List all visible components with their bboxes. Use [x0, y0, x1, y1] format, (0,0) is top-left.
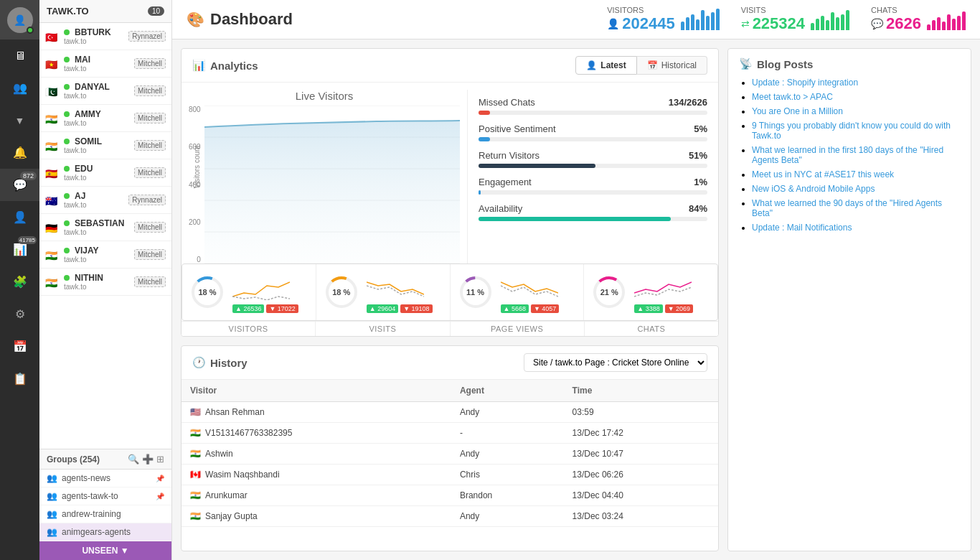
visitor-flag: 🇨🇦 [190, 470, 201, 480]
blog-post-link[interactable]: 9 Things you probably didn't know you co… [752, 121, 951, 141]
list-item[interactable]: 🇮🇳 AMMY tawk.to Mitchell [39, 105, 171, 132]
sidebar-item-notifications[interactable]: 🔔 [0, 136, 39, 169]
visitor-name: VIJAY [75, 246, 99, 256]
historical-icon: 📅 [647, 60, 658, 70]
agent-tag: Mitchell [134, 222, 166, 233]
user-avatar[interactable]: 👤 [0, 0, 39, 39]
sidebar-item-person[interactable]: 👤 [0, 201, 39, 233]
group-item[interactable]: 👥 andrew-training [39, 505, 171, 523]
pageviews-up-badge: ▲ 5668 [501, 304, 529, 313]
expand-icon[interactable]: ⊞ [156, 454, 164, 465]
chart-bar [927, 24, 930, 30]
list-item[interactable]: 🇮🇳 SOMIL tawk.to Mitchell [39, 132, 171, 159]
chats-up-badge: ▲ 3388 [634, 304, 662, 313]
sidebar-item-monitor[interactable]: 🖥 [0, 39, 39, 72]
table-row[interactable]: 🇮🇳Arunkumar Brandon 13/Dec 04:40 [182, 485, 718, 506]
tab-historical[interactable]: 📅 Historical [637, 56, 707, 75]
availability-bar [479, 217, 671, 221]
blog-post-item: Meet us in NYC at #ASE17 this week [752, 169, 960, 179]
blog-post-link[interactable]: What we learned in the first 180 days of… [752, 145, 943, 165]
chats-icon: 💬 [871, 18, 883, 29]
chart-bar [716, 9, 720, 30]
blog-post-item: Update : Mail Notifications [752, 223, 960, 233]
blog-post-link[interactable]: Meet tawk.to > APAC [752, 92, 833, 102]
visitor-site: tawk.to [64, 201, 128, 209]
agent-tag: Mitchell [134, 249, 166, 260]
list-item[interactable]: 🇮🇳 NITHIN tawk.to Mitchell [39, 269, 171, 296]
latest-icon: 👤 [586, 60, 597, 70]
sidebar-item-people[interactable]: 👥 [0, 72, 39, 104]
mini-stat-visitors: 18 % ▲ 26536 ▼ 17022 [182, 264, 316, 320]
visitors-down-badge: ▼ 17022 [266, 304, 298, 313]
group-item[interactable]: 👥 agents-news 📌 [39, 470, 171, 487]
list-item[interactable]: 🇩🇪 SEBASTIAN tawk.to Mitchell [39, 214, 171, 241]
visitors-ring-text: 18 % [198, 288, 216, 297]
blog-post-link[interactable]: What we learned the 90 days of the "Hire… [752, 198, 942, 218]
group-name: animgears-agents [62, 527, 131, 537]
group-name: agents-tawk-to [62, 491, 118, 501]
missed-chats-value: 134/2626 [669, 97, 707, 108]
list-item[interactable]: 🇵🇰 DANYAL tawk.to Mitchell [39, 78, 171, 105]
chat-list-panel: TAWK.TO 10 🇹🇷 BBTURK tawk.to Rynnazel 🇻🇳… [39, 0, 172, 560]
stats-bar: VISITORS 👤 202445 [607, 6, 966, 33]
list-item[interactable]: 🇻🇳 MAI tawk.to Mitchell [39, 50, 171, 78]
table-row[interactable]: 🇨🇦Wasim Naqshbandi Chris 13/Dec 06:26 [182, 465, 718, 485]
table-row[interactable]: 🇮🇳V15131467763382395 - 13/Dec 17:42 [182, 423, 718, 444]
agent-tag: Mitchell [134, 167, 166, 178]
list-item[interactable]: 🇪🇸 EDU tawk.to Mitchell [39, 159, 171, 187]
visits-stat-name: VISITS [316, 322, 450, 336]
add-group-icon[interactable]: ➕ [142, 454, 154, 465]
blog-post-link[interactable]: You are One in a Million [752, 106, 843, 116]
sidebar-item-chat[interactable]: 💬 872 [0, 169, 39, 201]
history-header: 🕐 History Site / tawk.to Page : Cricket … [182, 346, 718, 380]
site-selector[interactable]: Site / tawk.to Page : Cricket Store Onli… [524, 353, 707, 372]
dashboard-body: 📊 Analytics 👤 Latest 📅 Historical [172, 39, 980, 560]
visits-value: 225324 [753, 14, 805, 33]
visitor-cell: 🇮🇳Sanjay Gupta [182, 506, 451, 527]
sidebar-item-settings[interactable]: ⚙ [0, 298, 39, 330]
sidebar-item-analytics[interactable]: 📊 41785 [0, 233, 39, 266]
time-cell: 13/Dec 10:47 [564, 444, 718, 465]
agent-cell: Andy [451, 402, 564, 423]
chart-bar [841, 14, 844, 30]
table-row[interactable]: 🇺🇸Ahsan Rehman Andy 03:59 [182, 402, 718, 423]
agent-cell: Andy [451, 444, 564, 465]
table-row[interactable]: 🇮🇳Ashwin Andy 13/Dec 10:47 [182, 444, 718, 465]
agent-tag: Mitchell [134, 85, 166, 96]
chat-badge: 872 [20, 172, 37, 180]
status-dot [64, 57, 70, 62]
unseen-button[interactable]: UNSEEN ▼ [39, 541, 171, 560]
sidebar-icons: 👤 🖥 👥 ▼ 🔔 💬 872 👤 📊 41785 🧩 ⚙ 📅 📋 [0, 0, 39, 560]
missed-chats-label: Missed Chats [479, 97, 535, 108]
search-icon[interactable]: 🔍 [128, 454, 139, 465]
list-item[interactable]: 🇦🇺 AJ tawk.to Rynnazel [39, 187, 171, 214]
status-dot [64, 139, 70, 144]
visitor-name: DANYAL [75, 82, 110, 92]
sidebar-item-calendar[interactable]: 📅 [0, 330, 39, 363]
chart-bar [686, 17, 689, 30]
agent-tag: Mitchell [134, 113, 166, 123]
blog-post-link[interactable]: Update : Shopify integration [752, 78, 858, 88]
missed-chats-bar-bg [479, 111, 707, 115]
sidebar-item-list[interactable]: 📋 [0, 363, 39, 395]
sidebar-item-puzzle[interactable]: 🧩 [0, 266, 39, 298]
visitor-name: NITHIN [75, 273, 103, 283]
list-item[interactable]: 🇹🇷 BBTURK tawk.to Rynnazel [39, 23, 171, 50]
blog-post-link[interactable]: Update : Mail Notifications [752, 223, 852, 233]
chart-bar [957, 16, 961, 30]
chats-chart [927, 9, 966, 30]
table-row[interactable]: 🇮🇳Sanjay Gupta Andy 13/Dec 03:24 [182, 506, 718, 527]
chat-list-header: TAWK.TO 10 [39, 0, 171, 23]
group-item[interactable]: 👥 agents-tawk-to 📌 [39, 487, 171, 505]
list-item[interactable]: 🇮🇳 VIJAY tawk.to Mitchell [39, 241, 171, 269]
analytics-header: 📊 Analytics 👤 Latest 📅 Historical [182, 49, 718, 83]
sidebar-item-filter[interactable]: ▼ [0, 104, 39, 136]
pin-icon: 📌 [156, 493, 164, 500]
availability-bar-bg [479, 217, 707, 221]
agent-cell: - [451, 423, 564, 444]
group-item-animgears[interactable]: 👥 animgears-agents [39, 523, 171, 541]
chart-bar [942, 22, 946, 30]
tab-latest[interactable]: 👤 Latest [575, 56, 636, 75]
blog-post-link[interactable]: Meet us in NYC at #ASE17 this week [752, 169, 894, 179]
blog-post-link[interactable]: New iOS & Android Mobile Apps [752, 184, 875, 194]
